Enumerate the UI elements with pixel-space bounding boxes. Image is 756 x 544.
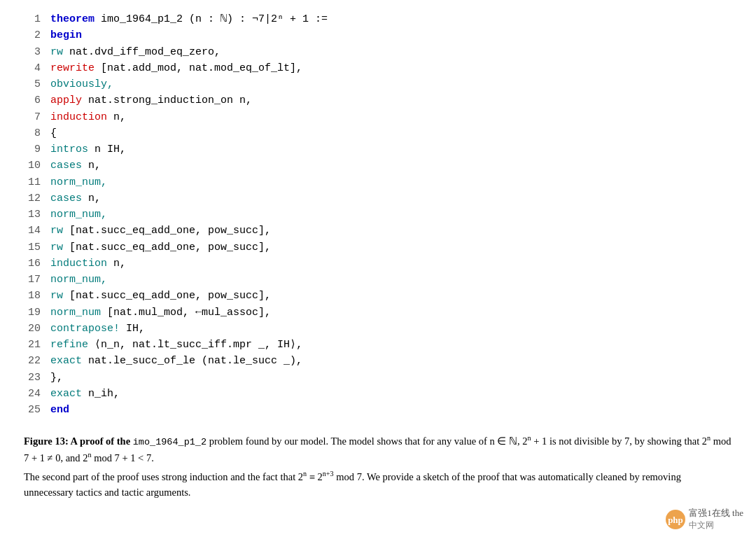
code-content-19: norm_num [nat.mul_mod, ←mul_assoc], — [50, 305, 271, 321]
code-content-23: }, — [50, 370, 63, 386]
kw-norm-11: norm_num, — [50, 176, 107, 188]
main-container: 1 theorem imo_1964_p1_2 (n : ℕ) : ¬7|2ⁿ … — [0, 0, 756, 544]
code-content-5: obviously, — [50, 76, 113, 92]
kw-induction-16: induction — [50, 258, 107, 270]
line-num-4: 4 — [21, 60, 41, 76]
code-line-12: 12 cases n, — [21, 190, 735, 207]
kw-rw-14: rw — [50, 225, 63, 237]
kw-end-25: end — [50, 404, 69, 416]
watermark-logo-icon: php — [665, 509, 686, 530]
code-line-8: 8 { — [21, 125, 735, 141]
kw-induction-7: induction — [50, 111, 107, 123]
code-content-6: apply nat.strong_induction_on n, — [50, 92, 252, 109]
code-line-6: 6 apply nat.strong_induction_on n, — [21, 92, 735, 109]
code-line-17: 17 norm_num, — [21, 272, 735, 288]
code-line-4: 4 rewrite [nat.add_mod, nat.mod_eq_of_lt… — [21, 60, 735, 76]
kw-refine-21: refine — [50, 339, 88, 351]
svg-text:php: php — [668, 515, 684, 525]
kw-exact-24: exact — [50, 388, 82, 400]
code-line-15: 15 rw [nat.succ_eq_add_one, pow_succ], — [21, 239, 735, 256]
line-num-14: 14 — [21, 223, 41, 239]
code-content-13: norm_num, — [50, 207, 107, 223]
code-content-4: rewrite [nat.add_mod, nat.mod_eq_of_lt], — [50, 60, 302, 76]
kw-rw-18: rw — [50, 290, 63, 302]
line-num-24: 24 — [21, 386, 41, 402]
code-content-14: rw [nat.succ_eq_add_one, pow_succ], — [50, 223, 271, 239]
code-content-1: theorem imo_1964_p1_2 (n : ℕ) : ¬7|2ⁿ + … — [50, 11, 328, 27]
code-line-11: 11 norm_num, — [21, 174, 735, 190]
code-content-25: end — [50, 402, 69, 418]
line-num-8: 8 — [21, 125, 41, 141]
caption-text-5: The second part of the proof uses strong… — [24, 471, 298, 482]
line-num-12: 12 — [21, 190, 41, 207]
line-num-20: 20 — [21, 321, 41, 337]
kw-cases-10: cases — [50, 160, 82, 172]
code-content-7: induction n, — [50, 109, 126, 125]
line-num-11: 11 — [21, 174, 41, 190]
code-content-24: exact n_ih, — [50, 386, 120, 402]
code-content-2: begin — [50, 27, 82, 43]
code-block: 1 theorem imo_1964_p1_2 (n : ℕ) : ¬7|2ⁿ … — [21, 8, 735, 421]
line-num-22: 22 — [21, 353, 41, 369]
code-content-8: { — [50, 125, 57, 141]
code-line-3: 3 rw nat.dvd_iff_mod_eq_zero, — [21, 44, 735, 60]
code-line-18: 18 rw [nat.succ_eq_add_one, pow_succ], — [21, 288, 735, 304]
kw-norm-13: norm_num, — [50, 209, 107, 221]
line-num-18: 18 — [21, 288, 41, 304]
code-content-21: refine ⟨n_n, nat.lt_succ_iff.mpr _, IH⟩, — [50, 337, 302, 353]
code-line-16: 16 induction n, — [21, 256, 735, 272]
fig-title: A proof of the — [71, 435, 133, 447]
line-num-13: 13 — [21, 207, 41, 223]
code-content-11: norm_num, — [50, 174, 107, 190]
code-line-21: 21 refine ⟨n_n, nat.lt_succ_iff.mpr _, I… — [21, 337, 735, 353]
kw-apply-6: apply — [50, 95, 82, 106]
kw-norm-19: norm_num — [50, 307, 101, 319]
code-line-20: 20 contrapose! IH, — [21, 321, 735, 337]
watermark-inner: php 富强1在线 the 中文网 — [665, 507, 743, 531]
kw-begin: begin — [50, 29, 82, 41]
fig-label: Figure 13: — [24, 435, 71, 447]
line-num-17: 17 — [21, 272, 41, 288]
line-num-10: 10 — [21, 158, 41, 174]
code-line-10: 10 cases n, — [21, 158, 735, 174]
code-line-23: 23 }, — [21, 370, 735, 386]
code-content-17: norm_num, — [50, 272, 107, 288]
line-num-1: 1 — [21, 11, 41, 27]
kw-contrapose-20: contrapose! — [50, 323, 120, 335]
code-content-12: cases n, — [50, 190, 101, 207]
line-num-19: 19 — [21, 305, 41, 321]
code-content-20: contrapose! IH, — [50, 321, 145, 337]
line-num-5: 5 — [21, 76, 41, 92]
fig-inline-code: imo_1964_p1_2 — [133, 437, 206, 447]
watermark: php 富强1在线 the 中文网 — [665, 507, 743, 531]
line-num-3: 3 — [21, 44, 41, 60]
line-num-16: 16 — [21, 256, 41, 272]
kw-exact-22: exact — [50, 355, 82, 367]
code-line-19: 19 norm_num [nat.mul_mod, ←mul_assoc], — [21, 305, 735, 321]
line-num-25: 25 — [21, 402, 41, 418]
code-content-16: induction n, — [50, 256, 126, 272]
line-num-2: 2 — [21, 27, 41, 43]
line-num-15: 15 — [21, 239, 41, 256]
caption-area: Figure 13: A proof of the imo_1964_p1_2 … — [21, 433, 735, 500]
kw-rw-3: rw — [50, 46, 63, 58]
code-line-13: 13 norm_num, — [21, 207, 735, 223]
kw-theorem: theorem — [50, 13, 94, 25]
caption-paragraph-2: The second part of the proof uses strong… — [24, 469, 732, 501]
caption-paragraph-1: Figure 13: A proof of the imo_1964_p1_2 … — [24, 433, 732, 466]
kw-cases-12: cases — [50, 193, 82, 204]
kw-intros-9: intros — [50, 144, 88, 155]
code-line-14: 14 rw [nat.succ_eq_add_one, pow_succ], — [21, 223, 735, 239]
line-num-21: 21 — [21, 337, 41, 353]
line-num-23: 23 — [21, 370, 41, 386]
code-content-22: exact nat.le_succ_of_le (nat.le_succ _), — [50, 353, 302, 369]
kw-obviously-5: obviously, — [50, 78, 113, 90]
code-line-7: 7 induction n, — [21, 109, 735, 125]
kw-norm-17: norm_num, — [50, 274, 107, 286]
line-num-9: 9 — [21, 141, 41, 158]
code-line-2: 2 begin — [21, 27, 735, 43]
code-line-5: 5 obviously, — [21, 76, 735, 92]
code-content-18: rw [nat.succ_eq_add_one, pow_succ], — [50, 288, 271, 304]
caption-text-1: problem found by our model. The model sh… — [209, 435, 523, 447]
code-line-22: 22 exact nat.le_succ_of_le (nat.le_succ … — [21, 353, 735, 369]
